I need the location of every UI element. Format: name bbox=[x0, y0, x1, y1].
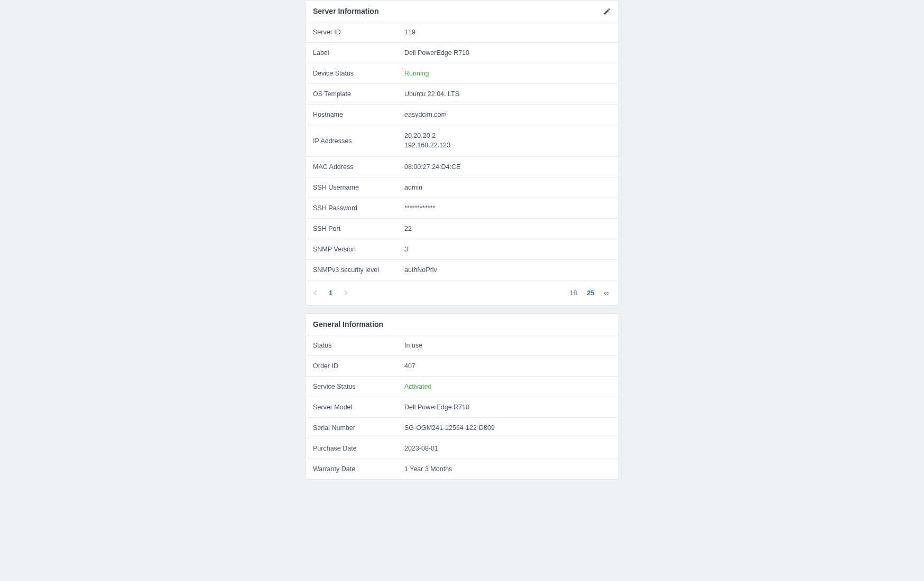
value-ssh-port: 22 bbox=[404, 225, 412, 232]
value-server-id: 119 bbox=[404, 29, 415, 36]
value-snmp-version: 3 bbox=[404, 246, 408, 253]
page-size-25[interactable]: 25 bbox=[585, 289, 596, 297]
value-snmpv3-security: authNoPriv bbox=[404, 266, 437, 274]
page-size-all[interactable]: ∞ bbox=[602, 289, 611, 297]
value-ssh-password: ************ bbox=[404, 204, 435, 212]
row-order-id: Order ID 407 bbox=[306, 356, 618, 377]
row-status: Status In use bbox=[306, 335, 618, 356]
value-ssh-username: admin bbox=[404, 184, 422, 191]
ip-address-2: 192.168.22.123 bbox=[404, 141, 450, 151]
row-warranty-date: Warranty Date 1 Year 3 Months bbox=[306, 459, 618, 479]
value-label: Dell PowerEdge R710 bbox=[404, 49, 469, 57]
label-snmp-version: SNMP Version bbox=[313, 246, 404, 253]
label-service-status: Service Status bbox=[313, 383, 404, 390]
row-ssh-password: SSH Password ************ bbox=[306, 198, 618, 219]
label-snmpv3-security: SNMPv3 security level bbox=[313, 266, 404, 274]
pagination-right: 10 25 ∞ bbox=[568, 289, 611, 297]
row-serial-number: Serial Number SG-OGM241-12564-122-D809 bbox=[306, 418, 618, 438]
general-info-title: General Information bbox=[313, 320, 383, 329]
value-order-id: 407 bbox=[404, 362, 415, 370]
label-ssh-username: SSH Username bbox=[313, 184, 404, 191]
edit-icon[interactable] bbox=[603, 7, 611, 15]
row-ssh-username: SSH Username admin bbox=[306, 177, 618, 198]
label-hostname: Hostname bbox=[313, 111, 404, 118]
label-os-template: OS Template bbox=[313, 90, 404, 98]
value-server-model: Dell PowerEdge R710 bbox=[404, 404, 469, 411]
chevron-left-icon[interactable] bbox=[310, 287, 321, 298]
page-1[interactable]: 1 bbox=[327, 289, 335, 297]
label-status: Status bbox=[313, 342, 404, 349]
value-hostname: easydcim.com bbox=[404, 111, 447, 118]
label-server-id: Server ID bbox=[313, 29, 404, 36]
row-ip-addresses: IP Addresses 20.20.20.2 192.168.22.123 bbox=[306, 125, 618, 157]
label-mac-address: MAC Address bbox=[313, 163, 404, 171]
pagination: 1 10 25 ∞ bbox=[306, 280, 618, 305]
label-warranty-date: Warranty Date bbox=[313, 465, 404, 473]
row-mac-address: MAC Address 08:00:27:24:D4:CE bbox=[306, 157, 618, 177]
ip-address-1: 20.20.20.2 bbox=[404, 132, 450, 141]
value-status: In use bbox=[404, 342, 422, 349]
row-purchase-date: Purchase Date 2023-08-01 bbox=[306, 438, 618, 459]
label-server-model: Server Model bbox=[313, 404, 404, 411]
general-information-card: General Information Status In use Order … bbox=[305, 313, 619, 480]
value-mac-address: 08:00:27:24:D4:CE bbox=[404, 163, 460, 171]
label-ip-addresses: IP Addresses bbox=[313, 137, 404, 145]
label-device-status: Device Status bbox=[313, 70, 404, 77]
value-ip-addresses: 20.20.20.2 192.168.22.123 bbox=[404, 132, 450, 150]
row-server-model: Server Model Dell PowerEdge R710 bbox=[306, 397, 618, 418]
server-info-header: Server Information bbox=[306, 1, 618, 22]
row-ssh-port: SSH Port 22 bbox=[306, 219, 618, 239]
server-information-card: Server Information Server ID 119 Label D… bbox=[305, 0, 619, 305]
value-service-status: Activated bbox=[404, 383, 431, 390]
row-server-id: Server ID 119 bbox=[306, 22, 618, 43]
row-service-status: Service Status Activated bbox=[306, 377, 618, 397]
value-purchase-date: 2023-08-01 bbox=[404, 445, 438, 452]
pagination-left: 1 bbox=[310, 287, 352, 298]
row-device-status: Device Status Running bbox=[306, 63, 618, 84]
value-warranty-date: 1 Year 3 Months bbox=[404, 465, 452, 473]
label-label: Label bbox=[313, 49, 404, 57]
label-ssh-port: SSH Port bbox=[313, 225, 404, 232]
server-info-title: Server Information bbox=[313, 7, 378, 15]
row-os-template: OS Template Ubuntu 22.04. LTS bbox=[306, 84, 618, 105]
label-ssh-password: SSH Password bbox=[313, 204, 404, 212]
label-purchase-date: Purchase Date bbox=[313, 445, 404, 452]
row-snmpv3-security: SNMPv3 security level authNoPriv bbox=[306, 260, 618, 280]
page-size-10[interactable]: 10 bbox=[568, 289, 579, 297]
value-serial-number: SG-OGM241-12564-122-D809 bbox=[404, 424, 495, 432]
chevron-right-icon[interactable] bbox=[340, 287, 352, 298]
general-info-header: General Information bbox=[306, 314, 618, 335]
label-serial-number: Serial Number bbox=[313, 424, 404, 432]
row-label: Label Dell PowerEdge R710 bbox=[306, 43, 618, 63]
row-hostname: Hostname easydcim.com bbox=[306, 105, 618, 125]
label-order-id: Order ID bbox=[313, 362, 404, 370]
row-snmp-version: SNMP Version 3 bbox=[306, 239, 618, 260]
value-os-template: Ubuntu 22.04. LTS bbox=[404, 90, 459, 98]
value-device-status: Running bbox=[404, 70, 429, 77]
